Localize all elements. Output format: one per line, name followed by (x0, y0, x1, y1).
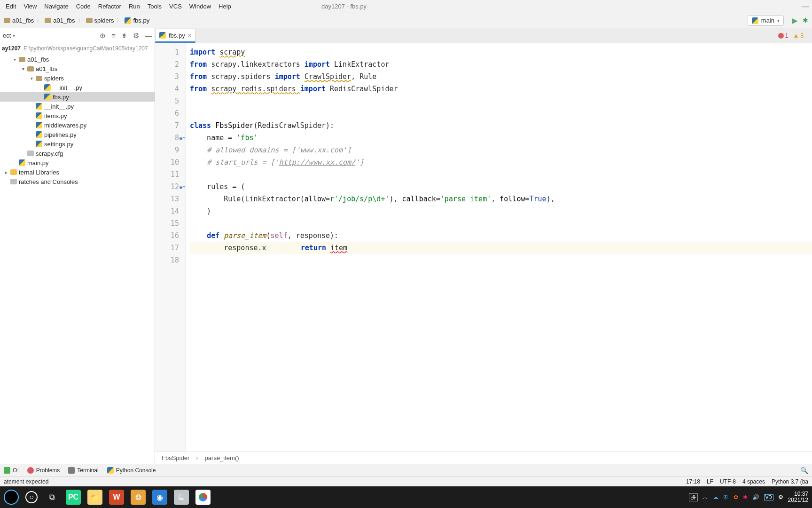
tree-node[interactable]: __init__.py (0, 102, 155, 111)
explorer-taskbar-icon[interactable]: 📁 (87, 490, 102, 505)
security-icon[interactable]: ⛨ (723, 494, 729, 500)
code-line[interactable]: ) (190, 205, 812, 217)
breadcrumb-item[interactable]: spiders (86, 17, 114, 24)
code-line[interactable]: rules = ( (190, 181, 812, 193)
breadcrumb-item[interactable]: a01_fbs (45, 17, 75, 24)
tree-node[interactable]: ratches and Consoles (0, 177, 155, 186)
code-line[interactable]: # allowed_domains = ['www.xx.com'] (190, 144, 812, 156)
tree-node[interactable]: pipelines.py (0, 130, 155, 139)
code-editor[interactable]: 12345678◉↑9101112◉↑131415161718 import s… (155, 43, 812, 452)
code-line[interactable] (190, 217, 812, 230)
tree-node[interactable]: main.py (0, 158, 155, 167)
line-number[interactable]: 18 (155, 254, 186, 266)
problems-tool[interactable]: Problems (27, 467, 60, 474)
caret-position[interactable]: 17:18 (686, 478, 700, 485)
start-button[interactable] (4, 490, 19, 505)
tree-node[interactable]: fbs.py (0, 92, 155, 102)
tree-node[interactable]: ▾a01_fbs (0, 64, 155, 73)
line-number[interactable]: 9 (155, 144, 186, 156)
expand-icon[interactable]: ▸ (4, 170, 8, 175)
run-button[interactable]: ▶ (792, 16, 798, 25)
tray-app-icon[interactable]: ✱ (743, 494, 748, 500)
line-number[interactable]: 15 (155, 217, 186, 230)
line-number[interactable]: 11 (155, 168, 186, 181)
expand-icon[interactable]: ▾ (12, 57, 17, 62)
line-number[interactable]: 10 (155, 156, 186, 168)
tree-node[interactable]: ▸ternal Libraries (0, 167, 155, 177)
line-number[interactable]: 8◉↑ (155, 132, 186, 144)
code-line[interactable]: Rule(LinkExtractor(allow=r'/job/s/p\d+')… (190, 193, 812, 205)
tree-node[interactable]: ▾spiders (0, 73, 155, 83)
settings-icon[interactable]: ⚙ (133, 32, 139, 40)
crumb-method[interactable]: parse_item() (205, 454, 239, 461)
project-tree[interactable]: ▾a01_fbs▾a01_fbs▾spiders__init__.pyfbs.p… (0, 54, 155, 464)
onedrive-icon[interactable]: ☁ (713, 494, 718, 500)
code-line[interactable] (190, 168, 812, 181)
video-icon[interactable]: VD (764, 494, 773, 500)
expand-icon[interactable]: ▾ (29, 76, 34, 81)
code-line[interactable] (190, 254, 812, 266)
gutter-marker-icon[interactable]: ◉↑ (180, 184, 186, 190)
project-view-selector[interactable]: ect (3, 32, 11, 39)
menu-view[interactable]: View (20, 1, 40, 11)
gutter[interactable]: 12345678◉↑9101112◉↑131415161718 (155, 43, 186, 452)
code-line[interactable] (190, 107, 812, 119)
hide-icon[interactable]: — (145, 32, 152, 40)
task-view-icon[interactable]: ⧉ (44, 490, 59, 505)
breadcrumb-item[interactable]: a01_fbs (4, 17, 34, 24)
gutter-marker-icon[interactable]: ◉↑ (180, 135, 186, 141)
line-number[interactable]: 5 (155, 95, 186, 107)
line-number[interactable]: 2 (155, 58, 186, 71)
crumb-class[interactable]: FbsSpider (162, 454, 189, 461)
menu-window[interactable]: Window (186, 1, 215, 11)
tree-node[interactable]: settings.py (0, 139, 155, 149)
network-icon[interactable]: ⚙ (778, 494, 783, 500)
menu-refactor[interactable]: Refactor (94, 1, 125, 11)
line-separator[interactable]: LF (707, 478, 713, 485)
line-number[interactable]: 14 (155, 205, 186, 217)
menu-code[interactable]: Code (72, 1, 94, 11)
volume-icon[interactable]: 🔊 (752, 494, 759, 500)
line-number[interactable]: 16 (155, 230, 186, 242)
code-line[interactable]: def parse_item(self, response): (190, 230, 812, 242)
code-line[interactable]: class FbsSpider(RedisCrawlSpider): (190, 119, 812, 132)
pycharm-taskbar-icon[interactable]: PC (66, 490, 81, 505)
code-view[interactable]: import scrapyfrom scrapy.linkextractors … (186, 43, 812, 452)
code-line[interactable]: response.x return item (190, 242, 812, 254)
terminal-tool[interactable]: Terminal (68, 467, 98, 474)
interpreter[interactable]: Python 3.7 (ba (772, 478, 808, 485)
wps-taskbar-icon[interactable]: W (109, 490, 124, 505)
inspection-widget[interactable]: 1 ▲3 (778, 32, 804, 39)
menu-run[interactable]: Run (125, 1, 144, 11)
cortana-icon[interactable]: ○ (25, 491, 38, 503)
expand-icon[interactable]: ▾ (21, 66, 25, 71)
menu-tools[interactable]: Tools (144, 1, 165, 11)
expand-all-icon[interactable]: ≡ (111, 32, 116, 40)
tree-node[interactable]: ▾a01_fbs (0, 55, 155, 64)
menu-vcs[interactable]: VCS (165, 1, 186, 11)
breadcrumb-item[interactable]: fbs.py (125, 17, 149, 24)
line-number[interactable]: 4 (155, 83, 186, 95)
line-number[interactable]: 3 (155, 71, 186, 83)
locate-file-icon[interactable]: ⊕ (100, 32, 106, 40)
code-line[interactable] (190, 95, 812, 107)
line-number[interactable]: 13 (155, 193, 186, 205)
code-line[interactable]: from scrapy.linkextractors import LinkEx… (190, 58, 812, 71)
line-number[interactable]: 17 (155, 242, 186, 254)
menu-navigate[interactable]: Navigate (40, 1, 72, 11)
app-taskbar-icon[interactable]: ❂ (131, 490, 146, 505)
tray-app-icon[interactable]: ✿ (734, 494, 738, 500)
code-line[interactable]: from scrapy.spiders import CrawlSpider, … (190, 71, 812, 83)
debug-button[interactable]: ✱ (803, 16, 808, 25)
tree-node[interactable]: __init__.py (0, 83, 155, 92)
clock[interactable]: 10:37 2021/12 (788, 491, 808, 503)
menu-help[interactable]: Help (215, 1, 235, 11)
browser-taskbar-icon[interactable]: ◉ (152, 490, 167, 505)
tree-node[interactable]: scrapy.cfg (0, 149, 155, 158)
tree-node[interactable]: items.py (0, 111, 155, 120)
devices-taskbar-icon[interactable]: 🖶 (174, 490, 189, 505)
close-tab-icon[interactable]: × (188, 32, 192, 39)
line-number[interactable]: 6 (155, 107, 186, 119)
code-line[interactable]: name = 'fbs' (190, 132, 812, 144)
ime-indicator[interactable]: 拼 (689, 493, 698, 501)
